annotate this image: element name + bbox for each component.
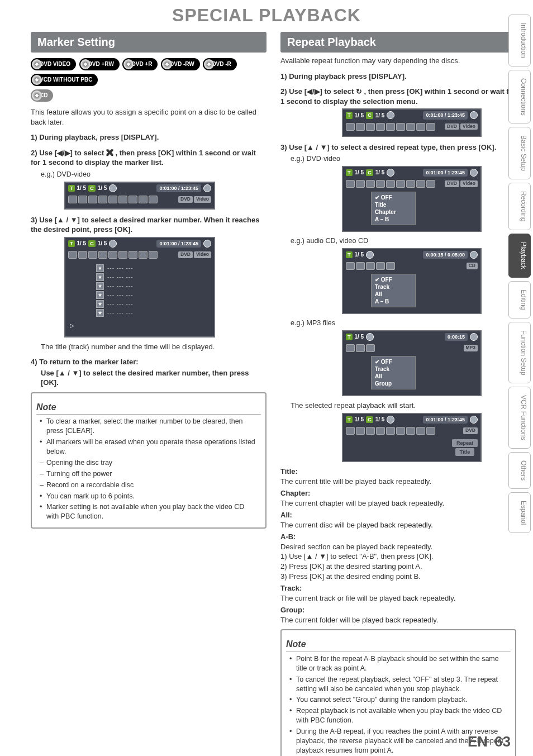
term-ab: A-B:: [280, 532, 516, 542]
osd-chip-dvd: DVD: [178, 251, 193, 258]
menu-item: Title: [375, 201, 412, 208]
clock-icon: [387, 416, 394, 424]
osd-t-value: 1/ 5: [355, 169, 364, 177]
step-number: 3): [31, 216, 37, 224]
disc-icon: [470, 169, 478, 177]
note-item: Point B for the repeat A-B playback shou…: [289, 654, 506, 673]
osd-chip-dvd: DVD: [463, 427, 478, 434]
eg-audio-cd: e.g.) audio CD, video CD: [291, 236, 516, 246]
tab-basic-setup[interactable]: Basic Setup: [508, 127, 531, 179]
osd-chip-mp3: MP3: [464, 345, 478, 351]
repeat-label: Repeat: [452, 439, 478, 447]
step-number: 4): [31, 358, 37, 366]
star-icon: ★: [96, 309, 104, 317]
osd-icon: [78, 196, 87, 203]
osd-icon: [426, 123, 435, 131]
osd-icon-row: DVD Video: [65, 194, 214, 205]
badge-cd: CD: [31, 89, 53, 102]
note-item: Turning off the power: [40, 469, 256, 479]
repeat-menu-cd: OFF Track All A – B: [371, 274, 416, 307]
term-title-desc: The current title will be played back re…: [280, 477, 516, 487]
osd-c-tag: C: [88, 240, 96, 247]
step-text: To return to the marker later:: [39, 358, 138, 366]
tab-connections[interactable]: Connections: [508, 70, 531, 124]
marker-dashes: --- --- ---: [107, 273, 134, 281]
tab-editing[interactable]: Editing: [508, 281, 531, 318]
marker-step-1: 1) During playback, press [DISPLAY].: [31, 132, 266, 142]
marker-intro-text: This feature allows you to assign a spec…: [31, 107, 266, 127]
tab-others[interactable]: Others: [508, 452, 531, 489]
tab-introduction[interactable]: Introduction: [508, 15, 531, 66]
marker-step-2: 2) Use [◀/▶] to select 🞭 , then press [O…: [31, 148, 266, 168]
step-number: 3): [280, 143, 287, 151]
step-text: During playback, press [DISPLAY].: [39, 133, 159, 141]
badge-dvd-video: DVD VIDEO: [31, 58, 76, 70]
step-text: Use [▲ / ▼] to select a desired marker n…: [31, 216, 259, 234]
tab-playback[interactable]: Playback: [508, 234, 531, 278]
osd-icon: [98, 251, 107, 259]
menu-item: All: [375, 373, 412, 380]
side-tabs: Introduction Connections Basic Setup Rec…: [508, 15, 531, 533]
step-text: During playback press [DISPLAY].: [289, 72, 406, 80]
menu-item: OFF: [375, 276, 412, 283]
star-icon: ★: [96, 264, 104, 272]
osd-chip-dvd: DVD: [445, 123, 459, 130]
osd-icon: [149, 251, 158, 259]
osd-cd-repeat-menu: T 1/ 5 0:00:15 / 0:05:00 CD OFF Track Al…: [342, 248, 482, 314]
menu-item: Chapter: [375, 208, 412, 216]
term-track-desc: The current track or file will be played…: [280, 593, 516, 603]
osd-time: 0:01:00 / 1:23:45: [156, 240, 201, 248]
step-text: Use [◀/▶] to select 🞭 , then press [OK] …: [31, 149, 256, 167]
disc-icon: [203, 184, 211, 192]
marker-rows: ★--- --- --- ★--- --- --- ★--- --- --- ★…: [96, 264, 214, 317]
page-title: SPECIAL PLAYBACK: [0, 3, 533, 27]
osd-t-tag: T: [68, 185, 75, 192]
marker-dashes: --- --- ---: [107, 309, 134, 317]
osd-icon: [406, 123, 415, 131]
osd-c-tag: C: [366, 416, 373, 423]
tab-vcr-functions[interactable]: VCR Functions: [508, 387, 531, 449]
tab-recording[interactable]: Recording: [508, 183, 531, 230]
menu-item: A – B: [375, 216, 412, 223]
osd-icon: [68, 196, 77, 203]
disc-icon: [470, 333, 478, 341]
play-icon: ▷: [65, 318, 214, 333]
note-item: All markers will be erased when you oper…: [40, 438, 256, 457]
note-item: You cannot select "Group" during the ran…: [289, 695, 506, 705]
repeat-heading: Repeat Playback: [280, 32, 516, 53]
osd-mp3-repeat-menu: T 1/ 5 0:00:15 MP3 OFF Track All Group: [342, 330, 482, 396]
step-number: 2): [31, 149, 37, 157]
repeat-intro-text: Available repeat function may vary depen…: [280, 56, 516, 66]
repeat-value: Title: [455, 448, 474, 456]
osd-icon-row: DVD Video: [65, 249, 214, 260]
repeat-menu-dvd: OFF Title Chapter A – B: [371, 192, 416, 225]
page-footer: EN 63: [468, 732, 511, 752]
osd-c-tag: C: [366, 112, 373, 118]
disc-icon: [203, 240, 211, 248]
marker-dashes: --- --- ---: [107, 300, 134, 308]
osd-icon: [376, 123, 385, 131]
osd-icon: [98, 196, 107, 203]
disc-icon: [470, 251, 478, 259]
step-text: Use [◀/▶] to select ↻ , then press [OK] …: [280, 87, 516, 106]
osd-time: 0:00:15: [445, 333, 468, 341]
clock-icon: [366, 251, 374, 259]
tab-espanol[interactable]: Español: [508, 492, 531, 533]
osd-c-value: 1/ 5: [375, 112, 385, 120]
term-track: Track:: [280, 583, 516, 593]
term-group: Group:: [280, 605, 516, 615]
osd-t-tag: T: [346, 169, 353, 176]
tab-function-setup[interactable]: Function Setup: [508, 322, 531, 384]
marker-dashes: --- --- ---: [107, 264, 134, 272]
marker-dashes: --- --- ---: [107, 291, 134, 299]
ab-step-3: 3) Press [OK] at the desired ending poin…: [280, 572, 516, 582]
step-text: Use [▲ / ▼] to select a desired repeat t…: [289, 143, 496, 151]
osd-icon-row: DVD Video: [343, 121, 480, 132]
osd-t-value: 1/ 5: [355, 112, 364, 120]
term-all: All:: [280, 510, 516, 520]
osd-icon: [68, 251, 77, 259]
osd-icon: [108, 196, 117, 203]
osd-chip-video: Video: [460, 180, 478, 187]
osd-icon: [88, 251, 97, 259]
menu-item: OFF: [375, 358, 412, 365]
